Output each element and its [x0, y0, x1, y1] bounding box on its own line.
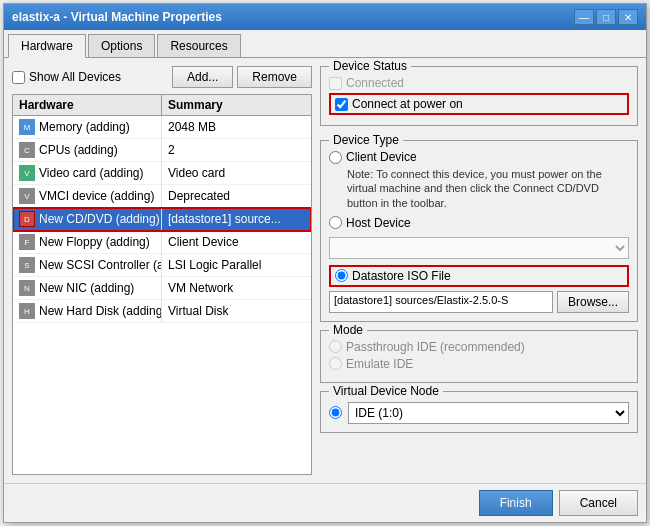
add-remove-buttons: Add... Remove [172, 66, 312, 88]
tab-options[interactable]: Options [88, 34, 155, 57]
emulate-radio[interactable] [329, 357, 342, 370]
host-device-row: Host Device [329, 216, 629, 230]
table-row[interactable]: V Video card (adding) Video card [13, 162, 311, 185]
summary-cell: Client Device [162, 231, 311, 253]
hardware-cell: C CPUs (adding) [13, 139, 162, 161]
device-name: New NIC (adding) [39, 281, 134, 295]
add-button[interactable]: Add... [172, 66, 233, 88]
vdn-select[interactable]: IDE (1:0) [348, 402, 629, 424]
hardware-table: Hardware Summary M Memory (adding) 2048 … [12, 94, 312, 475]
connected-checkbox[interactable] [329, 77, 342, 90]
device-name: New Floppy (adding) [39, 235, 150, 249]
close-button[interactable]: ✕ [618, 9, 638, 25]
maximize-button[interactable]: □ [596, 9, 616, 25]
title-bar-buttons: — □ ✕ [574, 9, 638, 25]
device-name: New CD/DVD (adding) [39, 212, 160, 226]
connected-label: Connected [346, 76, 404, 90]
device-summary: Video card [168, 166, 225, 180]
remove-button[interactable]: Remove [237, 66, 312, 88]
table-row[interactable]: N New NIC (adding) VM Network [13, 277, 311, 300]
mode-title: Mode [329, 323, 367, 337]
show-all-devices-checkbox[interactable] [12, 71, 25, 84]
video-icon: V [19, 165, 35, 181]
show-devices-row: Show All Devices Add... Remove [12, 66, 312, 88]
main-content: Show All Devices Add... Remove Hardware … [4, 58, 646, 483]
footer: Finish Cancel [4, 483, 646, 522]
device-summary: LSI Logic Parallel [168, 258, 261, 272]
cancel-button[interactable]: Cancel [559, 490, 638, 516]
emulate-label: Emulate IDE [346, 357, 413, 371]
host-device-radio[interactable] [329, 216, 342, 229]
vdn-title: Virtual Device Node [329, 384, 443, 398]
col-summary: Summary [162, 95, 311, 115]
show-all-devices-text: Show All Devices [29, 70, 121, 84]
hardware-cell: D New CD/DVD (adding) [13, 208, 162, 230]
cd-icon: D [19, 211, 35, 227]
device-name: New SCSI Controller (add... [39, 258, 162, 272]
show-all-devices-label: Show All Devices [12, 70, 121, 84]
passthrough-radio[interactable] [329, 340, 342, 353]
connect-power-checkbox[interactable] [335, 98, 348, 111]
table-row[interactable]: D New CD/DVD (adding) [datastore1] sourc… [13, 208, 311, 231]
datastore-input-field[interactable]: [datastore1] sources/Elastix-2.5.0-S [329, 291, 553, 313]
device-summary: [datastore1] source... [168, 212, 281, 226]
device-name: Memory (adding) [39, 120, 130, 134]
device-summary: 2048 MB [168, 120, 216, 134]
summary-cell: LSI Logic Parallel [162, 254, 311, 276]
table-row[interactable]: S New SCSI Controller (add... LSI Logic … [13, 254, 311, 277]
minimize-button[interactable]: — [574, 9, 594, 25]
datastore-label: Datastore ISO File [352, 269, 451, 283]
client-device-row: Client Device [329, 150, 629, 164]
hardware-cell: V Video card (adding) [13, 162, 162, 184]
hardware-cell: F New Floppy (adding) [13, 231, 162, 253]
device-summary: Client Device [168, 235, 239, 249]
summary-cell: 2 [162, 139, 311, 161]
hardware-cell: M Memory (adding) [13, 116, 162, 138]
finish-button[interactable]: Finish [479, 490, 553, 516]
col-hardware: Hardware [13, 95, 162, 115]
datastore-input-row: [datastore1] sources/Elastix-2.5.0-S Bro… [329, 291, 629, 313]
table-row[interactable]: H New Hard Disk (adding) Virtual Disk [13, 300, 311, 323]
table-row[interactable]: C CPUs (adding) 2 [13, 139, 311, 162]
datastore-radio[interactable] [335, 269, 348, 282]
vdn-row: IDE (1:0) [329, 402, 629, 424]
table-header: Hardware Summary [13, 95, 311, 116]
device-name: VMCI device (adding) [39, 189, 154, 203]
summary-cell: Virtual Disk [162, 300, 311, 322]
floppy-icon: F [19, 234, 35, 250]
hardware-cell: V VMCI device (adding) [13, 185, 162, 207]
tab-hardware[interactable]: Hardware [8, 34, 86, 58]
client-device-radio[interactable] [329, 151, 342, 164]
device-status-group: Device Status Connected Connect at power… [320, 66, 638, 126]
tab-resources[interactable]: Resources [157, 34, 240, 57]
vmci-icon: V [19, 188, 35, 204]
window-title: elastix-a - Virtual Machine Properties [12, 10, 222, 24]
summary-cell: [datastore1] source... [162, 208, 311, 230]
hardware-cell: S New SCSI Controller (add... [13, 254, 162, 276]
passthrough-label: Passthrough IDE (recommended) [346, 340, 525, 354]
table-row[interactable]: V VMCI device (adding) Deprecated [13, 185, 311, 208]
device-name: New Hard Disk (adding) [39, 304, 162, 318]
connected-row: Connected [329, 76, 629, 90]
vdn-group: Virtual Device Node IDE (1:0) [320, 391, 638, 433]
device-name: CPUs (adding) [39, 143, 118, 157]
browse-button[interactable]: Browse... [557, 291, 629, 313]
main-window: elastix-a - Virtual Machine Properties —… [3, 3, 647, 523]
device-name: Video card (adding) [39, 166, 144, 180]
device-type-title: Device Type [329, 133, 403, 147]
device-status-title: Device Status [329, 59, 411, 73]
vdn-radio[interactable] [329, 406, 342, 419]
table-row[interactable]: M Memory (adding) 2048 MB [13, 116, 311, 139]
left-panel: Show All Devices Add... Remove Hardware … [12, 66, 312, 475]
device-type-group: Device Type Client Device Note: To conne… [320, 140, 638, 322]
tab-bar: Hardware Options Resources [4, 30, 646, 58]
right-panel: Device Status Connected Connect at power… [320, 66, 638, 475]
table-row[interactable]: F New Floppy (adding) Client Device [13, 231, 311, 254]
summary-cell: VM Network [162, 277, 311, 299]
device-summary: 2 [168, 143, 175, 157]
host-device-select[interactable] [329, 237, 629, 259]
hdd-icon: H [19, 303, 35, 319]
summary-cell: Video card [162, 162, 311, 184]
device-summary: Deprecated [168, 189, 230, 203]
cpu-icon: C [19, 142, 35, 158]
